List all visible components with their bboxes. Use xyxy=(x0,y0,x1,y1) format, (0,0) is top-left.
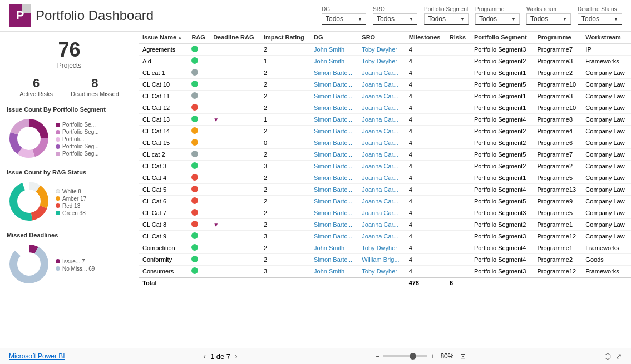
cell-sro: Toby Dwyher xyxy=(358,242,405,254)
next-page-button[interactable]: › xyxy=(235,352,238,361)
fit-to-page-icon[interactable]: ⊡ xyxy=(460,352,466,360)
deadlines-missed-count: 8 xyxy=(71,76,119,91)
cell-milestones: 4 xyxy=(406,266,446,278)
cell-workstream: Company Law xyxy=(582,126,631,137)
col-rag[interactable]: RAG xyxy=(188,32,210,43)
portfolio-segment-title: Issue Count By Portfolio Segment xyxy=(7,106,132,113)
cell-impact: 2 xyxy=(260,43,310,56)
cell-deadline xyxy=(210,79,260,91)
cell-risks xyxy=(446,207,471,219)
logo: P Portfolio Dashboard xyxy=(9,4,154,27)
filter-dg-select[interactable]: Todos ▼ xyxy=(322,13,366,25)
cell-name: CL Cat 15 xyxy=(139,137,188,149)
col-deadline-rag[interactable]: Deadline RAG xyxy=(210,32,260,43)
cell-segment: Portfolio Segment3 xyxy=(471,266,534,278)
prev-page-button[interactable]: ‹ xyxy=(203,352,206,361)
cell-programme: Programme10 xyxy=(534,102,582,114)
cell-sro: Joanna Car... xyxy=(358,102,405,114)
zoom-plus-icon[interactable]: + xyxy=(431,352,435,360)
cell-rag xyxy=(188,114,210,126)
cell-name: Aid xyxy=(139,56,188,67)
cell-milestones: 4 xyxy=(406,184,446,196)
rag-legend-dot-1 xyxy=(56,196,60,201)
filter-deadline-status-value: Todos xyxy=(581,15,599,23)
legend-item-4: Portfolio Seg... xyxy=(56,151,99,157)
cell-workstream: Goods xyxy=(582,254,631,266)
table-row: CL cat 1 2 Simon Bartc... Joanna Car... … xyxy=(139,67,631,79)
rag-legend-dot-0 xyxy=(56,189,60,193)
total-deadline xyxy=(210,277,260,288)
total-programme xyxy=(534,277,582,288)
col-issue-name[interactable]: Issue Name▲ xyxy=(139,32,188,43)
filter-dg-label: DG xyxy=(322,6,366,12)
fullscreen-icon[interactable]: ⤢ xyxy=(615,352,622,361)
filter-programme-chevron: ▼ xyxy=(511,17,516,22)
legend-item-2: Portfoli... xyxy=(56,136,99,142)
cell-milestones: 4 xyxy=(406,231,446,242)
cell-deadline xyxy=(210,56,260,67)
cell-deadline xyxy=(210,161,260,172)
col-programme[interactable]: Programme xyxy=(534,32,582,43)
pagination: ‹ 1 de 7 › xyxy=(203,352,238,361)
filter-sro-label: SRO xyxy=(373,6,417,12)
zoom-thumb xyxy=(410,353,416,360)
cell-deadline xyxy=(210,196,260,207)
filter-deadline-status-select[interactable]: Todos ▼ xyxy=(578,13,622,25)
cell-dg: Simon Bartc... xyxy=(310,114,358,126)
filter-programme-select[interactable]: Todos ▼ xyxy=(475,13,520,25)
cell-sro: Toby Dwyher xyxy=(358,266,405,278)
cell-sro: Joanna Car... xyxy=(358,79,405,91)
col-portfolio-segment[interactable]: Portfolio Segment xyxy=(471,32,534,43)
md-legend-label-0: Issue... 7 xyxy=(62,258,85,265)
rag-status-svg xyxy=(7,179,51,223)
legend-dot-1 xyxy=(56,130,60,134)
app-container: P Portfolio Dashboard DG Todos ▼ SRO Tod… xyxy=(0,0,631,364)
missed-deadlines-legend: Issue... 7 No Miss... 69 xyxy=(56,258,95,272)
col-impact-rating[interactable]: Impact Rating xyxy=(260,32,310,43)
rag-legend-item-0: White 8 xyxy=(56,188,86,195)
cell-deadline xyxy=(210,266,260,278)
cell-segment: Portfolio Segment2 xyxy=(471,126,534,137)
cell-risks xyxy=(446,137,471,149)
total-impact xyxy=(260,277,310,288)
col-sro[interactable]: SRO xyxy=(358,32,405,43)
cell-risks xyxy=(446,242,471,254)
missed-deadlines-donut xyxy=(7,242,51,288)
cell-milestones: 4 xyxy=(406,67,446,79)
cell-deadline xyxy=(210,67,260,79)
cell-milestones: 4 xyxy=(406,161,446,172)
cell-programme: Programme10 xyxy=(534,79,582,91)
cell-sro: Joanna Car... xyxy=(358,161,405,172)
md-legend-dot-1 xyxy=(56,266,60,271)
table-row: CL Cat 7 2 Simon Bartc... Joanna Car... … xyxy=(139,207,631,219)
filter-portfolio-segment-select[interactable]: Todos ▼ xyxy=(424,13,469,25)
cell-deadline xyxy=(210,126,260,137)
cell-deadline xyxy=(210,137,260,149)
table-container[interactable]: Issue Name▲ RAG Deadline RAG Impact Rati… xyxy=(139,32,631,348)
cell-deadline xyxy=(210,91,260,102)
col-dg[interactable]: DG xyxy=(310,32,358,43)
table-row: CL Cat 12 2 Simon Bartc... Joanna Car...… xyxy=(139,102,631,114)
md-legend-label-1: No Miss... 69 xyxy=(62,266,95,272)
col-milestones[interactable]: Milestones xyxy=(406,32,446,43)
legend-label-3: Portfolio Seg... xyxy=(62,143,99,149)
cell-name: CL cat 1 xyxy=(139,67,188,79)
total-workstream xyxy=(582,277,631,288)
zoom-minus-icon[interactable]: − xyxy=(376,352,379,360)
filter-workstream-chevron: ▼ xyxy=(563,17,567,22)
filter-sro-select[interactable]: Todos ▼ xyxy=(373,13,417,25)
cell-dg: Simon Bartc... xyxy=(310,172,358,184)
zoom-slider[interactable] xyxy=(383,355,427,357)
table-row: Agreements 2 John Smith Toby Dwyher 4 Po… xyxy=(139,43,631,56)
filter-workstream-label: Workstream xyxy=(526,6,571,12)
cell-workstream: Company Law xyxy=(582,137,631,149)
issues-table: Issue Name▲ RAG Deadline RAG Impact Rati… xyxy=(139,32,631,288)
filter-workstream-select[interactable]: Todos ▼ xyxy=(526,13,571,25)
powerbi-link[interactable]: Microsoft Power BI xyxy=(9,352,65,360)
cell-name: Agreements xyxy=(139,43,188,56)
col-workstream[interactable]: Workstream xyxy=(582,32,631,43)
cell-milestones: 4 xyxy=(406,242,446,254)
cell-impact: 2 xyxy=(260,149,310,161)
col-risks[interactable]: Risks xyxy=(446,32,471,43)
share-icon[interactable]: ⬡ xyxy=(604,352,611,361)
